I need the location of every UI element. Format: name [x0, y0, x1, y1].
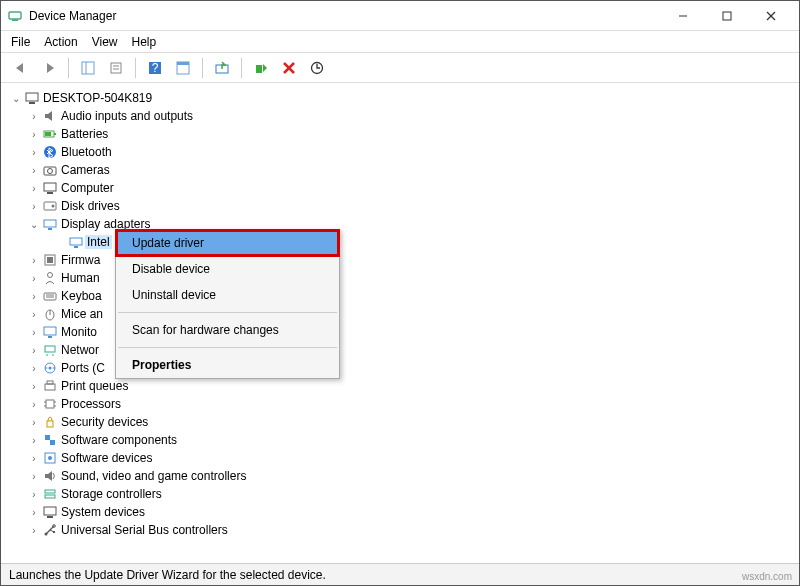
tree-category[interactable]: ›Software devices: [5, 449, 795, 467]
minimize-button[interactable]: [661, 2, 705, 30]
toolbar: ?: [1, 53, 799, 83]
device-manager-window: Device Manager File Action View Help ? ⌄: [0, 0, 800, 586]
svg-rect-65: [45, 490, 55, 493]
menu-help[interactable]: Help: [132, 35, 157, 49]
tree-category-label: Networ: [59, 343, 101, 357]
scan-hardware-button[interactable]: [305, 56, 329, 80]
tree-category[interactable]: ›Batteries: [5, 125, 795, 143]
status-text: Launches the Update Driver Wizard for th…: [9, 568, 326, 582]
svg-point-50: [49, 367, 52, 370]
svg-rect-8: [111, 63, 121, 73]
tree-category[interactable]: ›Print queues: [5, 377, 795, 395]
expand-arrow-icon[interactable]: ›: [27, 525, 41, 536]
menu-file[interactable]: File: [11, 35, 30, 49]
category-icon: [41, 486, 59, 502]
forward-button[interactable]: [37, 56, 61, 80]
expand-arrow-icon[interactable]: ›: [27, 399, 41, 410]
menu-view[interactable]: View: [92, 35, 118, 49]
back-button[interactable]: [9, 56, 33, 80]
tree-category[interactable]: ›Audio inputs and outputs: [5, 107, 795, 125]
svg-rect-46: [45, 346, 55, 352]
device-tree[interactable]: ⌄ DESKTOP-504K819 ›Audio inputs and outp…: [1, 83, 799, 563]
expand-arrow-icon[interactable]: ⌄: [9, 93, 23, 104]
tree-category-label: Universal Serial Bus controllers: [59, 523, 230, 537]
help-button[interactable]: ?: [143, 56, 167, 80]
context-scan-hardware[interactable]: Scan for hardware changes: [116, 317, 339, 343]
tree-root[interactable]: ⌄ DESKTOP-504K819: [5, 89, 795, 107]
tree-category[interactable]: ›Sound, video and game controllers: [5, 467, 795, 485]
category-icon: [41, 180, 59, 196]
tree-category-label: Cameras: [59, 163, 112, 177]
display-adapter-icon: [67, 234, 85, 250]
tree-category[interactable]: ›Computer: [5, 179, 795, 197]
expand-arrow-icon[interactable]: ›: [27, 453, 41, 464]
expand-arrow-icon[interactable]: ›: [27, 273, 41, 284]
category-icon: [41, 270, 59, 286]
expand-arrow-icon[interactable]: ›: [27, 183, 41, 194]
category-icon: [41, 288, 59, 304]
statusbar: Launches the Update Driver Wizard for th…: [1, 563, 799, 585]
context-properties[interactable]: Properties: [116, 352, 339, 378]
view-button[interactable]: [171, 56, 195, 80]
expand-arrow-icon[interactable]: ›: [27, 309, 41, 320]
maximize-button[interactable]: [705, 2, 749, 30]
expand-arrow-icon[interactable]: ›: [27, 435, 41, 446]
expand-arrow-icon[interactable]: ›: [27, 471, 41, 482]
enable-button[interactable]: [249, 56, 273, 80]
svg-rect-1: [12, 19, 18, 21]
context-uninstall-device[interactable]: Uninstall device: [116, 282, 339, 308]
expand-arrow-icon[interactable]: ›: [27, 165, 41, 176]
category-icon: [41, 306, 59, 322]
tree-category[interactable]: ›Cameras: [5, 161, 795, 179]
svg-rect-28: [44, 183, 56, 191]
svg-text:?: ?: [152, 61, 159, 75]
tree-category[interactable]: ›Storage controllers: [5, 485, 795, 503]
svg-point-38: [48, 273, 53, 278]
context-disable-device[interactable]: Disable device: [116, 256, 339, 282]
svg-rect-6: [82, 62, 94, 74]
tree-category[interactable]: ›System devices: [5, 503, 795, 521]
category-icon: [41, 252, 59, 268]
expand-arrow-icon[interactable]: ›: [27, 417, 41, 428]
expand-arrow-icon[interactable]: ›: [27, 345, 41, 356]
svg-rect-16: [256, 65, 262, 73]
svg-rect-37: [47, 257, 53, 263]
menu-action[interactable]: Action: [44, 35, 77, 49]
close-button[interactable]: [749, 2, 793, 30]
uninstall-button[interactable]: [277, 56, 301, 80]
expand-arrow-icon[interactable]: ›: [27, 489, 41, 500]
collapse-arrow-icon[interactable]: ⌄: [27, 219, 41, 230]
expand-arrow-icon[interactable]: ›: [27, 381, 41, 392]
expand-arrow-icon[interactable]: ›: [27, 147, 41, 158]
expand-arrow-icon[interactable]: ›: [27, 111, 41, 122]
svg-rect-73: [53, 531, 55, 533]
tree-category[interactable]: ›Processors: [5, 395, 795, 413]
category-icon: [41, 414, 59, 430]
expand-arrow-icon[interactable]: ›: [27, 327, 41, 338]
svg-rect-34: [70, 238, 82, 245]
tree-category[interactable]: ›Universal Serial Bus controllers: [5, 521, 795, 539]
tree-category[interactable]: ›Bluetooth: [5, 143, 795, 161]
expand-arrow-icon[interactable]: ›: [27, 129, 41, 140]
category-icon: [41, 432, 59, 448]
svg-rect-21: [29, 102, 35, 104]
window-title: Device Manager: [29, 9, 661, 23]
tree-category[interactable]: ›Disk drives: [5, 197, 795, 215]
context-update-driver[interactable]: Update driver: [116, 230, 339, 256]
show-hide-button[interactable]: [76, 56, 100, 80]
expand-arrow-icon[interactable]: ›: [27, 255, 41, 266]
tree-category-label: Mice an: [59, 307, 105, 321]
tree-category[interactable]: ›Security devices: [5, 413, 795, 431]
svg-rect-53: [45, 384, 55, 390]
properties-button[interactable]: [104, 56, 128, 80]
update-driver-button[interactable]: [210, 56, 234, 80]
expand-arrow-icon[interactable]: ›: [27, 291, 41, 302]
expand-arrow-icon[interactable]: ›: [27, 363, 41, 374]
svg-rect-54: [47, 381, 53, 384]
expand-arrow-icon[interactable]: ›: [27, 201, 41, 212]
tree-category[interactable]: ›Software components: [5, 431, 795, 449]
tree-category-label: Processors: [59, 397, 123, 411]
expand-arrow-icon[interactable]: ›: [27, 507, 41, 518]
tree-category-label: Firmwa: [59, 253, 102, 267]
category-icon: [41, 504, 59, 520]
